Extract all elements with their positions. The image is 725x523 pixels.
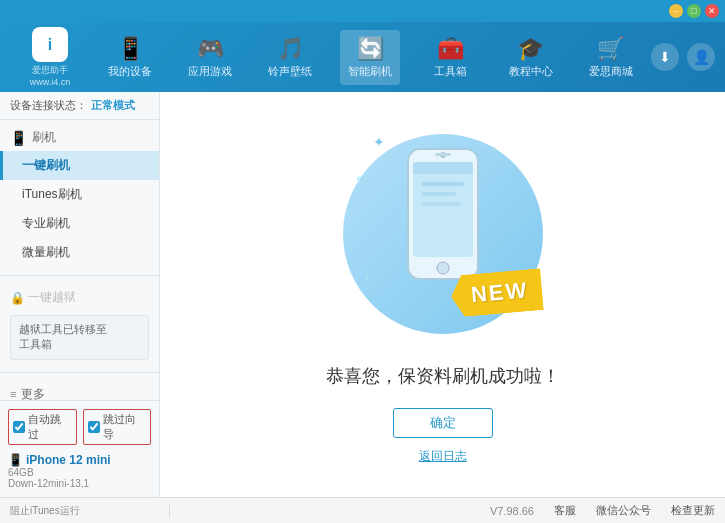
sidebar-item-pro-flash[interactable]: 专业刷机 <box>0 209 159 238</box>
main-row: 设备连接状态： 正常模式 📱 刷机 一键刷机 iTunes刷机 <box>0 92 725 497</box>
my-device-icon: 📱 <box>117 36 144 62</box>
apps-games-label: 应用游戏 <box>188 64 232 79</box>
sparkle-3: ✦ <box>363 273 371 284</box>
more-icon: ≡ <box>10 388 16 400</box>
flash-section: 📱 刷机 一键刷机 iTunes刷机 专业刷机 微量刷机 <box>0 120 159 271</box>
tutorials-label: 教程中心 <box>509 64 553 79</box>
device-name: 📱 iPhone 12 mini <box>8 453 151 467</box>
apps-games-icon: 🎮 <box>197 36 224 62</box>
device-model: Down-12mini-13,1 <box>8 478 151 489</box>
confirm-button[interactable]: 确定 <box>393 408 493 438</box>
bottom-sidebar-area: 阻止iTunes运行 <box>10 504 170 518</box>
skip-wizard-label: 跳过向导 <box>103 412 147 442</box>
check-update-link[interactable]: 检查更新 <box>671 503 715 518</box>
close-button[interactable]: ✕ <box>705 4 719 18</box>
auto-skip-input[interactable] <box>13 421 25 433</box>
shop-label: 爱思商城 <box>589 64 633 79</box>
logo-name: 爱思助手 <box>32 64 68 77</box>
svg-rect-8 <box>435 153 451 156</box>
sparkle-2: ✦ <box>490 144 498 155</box>
checkboxes-row: 自动跳过 跳过向导 <box>8 409 151 445</box>
stop-itunes-button[interactable]: 阻止iTunes运行 <box>10 504 80 518</box>
smart-flash-icon: 🔄 <box>357 36 384 62</box>
success-text: 恭喜您，保资料刷机成功啦！ <box>326 364 560 388</box>
phone-illustration: ✦ ✦ ✦ ★ <box>343 124 543 344</box>
logo[interactable]: i 爱思助手 www.i4.cn <box>10 27 90 87</box>
wechat-link[interactable]: 微信公众号 <box>596 503 651 518</box>
smart-flash-label: 智能刷机 <box>348 64 392 79</box>
status-bar: 设备连接状态： 正常模式 <box>0 92 159 120</box>
skip-wizard-checkbox[interactable]: 跳过向导 <box>83 409 152 445</box>
main-wrapper: 设备连接状态： 正常模式 📱 刷机 一键刷机 iTunes刷机 <box>0 92 725 523</box>
jailbreak-notice: 越狱工具已转移至工具箱 <box>10 315 149 360</box>
new-badge: NEW <box>450 268 545 318</box>
jailbreak-label: 一键越狱 <box>28 289 76 306</box>
save-flash-label: 微量刷机 <box>22 245 70 259</box>
return-link[interactable]: 返回日志 <box>419 448 467 465</box>
auto-skip-checkbox[interactable]: 自动跳过 <box>8 409 77 445</box>
auto-skip-label: 自动跳过 <box>28 412 72 442</box>
flash-section-label: 刷机 <box>32 129 56 146</box>
nav-shop[interactable]: 🛒 爱思商城 <box>581 30 641 85</box>
jailbreak-notice-text: 越狱工具已转移至工具箱 <box>19 323 107 350</box>
flash-section-icon: 📱 <box>10 130 27 146</box>
download-button[interactable]: ⬇ <box>651 43 679 71</box>
phone-svg <box>403 144 483 287</box>
nav-smart-flash[interactable]: 🔄 智能刷机 <box>340 30 400 85</box>
header-right: ⬇ 👤 <box>651 43 715 71</box>
new-badge-text: NEW <box>470 277 529 307</box>
customer-service-link[interactable]: 客服 <box>554 503 576 518</box>
more-section-label: 更多 <box>21 386 45 400</box>
more-section: ≡ 更多 其他工具 下载固件 高级功能 <box>0 377 159 400</box>
version-text: V7.98.66 <box>490 505 534 517</box>
sidebar-item-one-click-flash[interactable]: 一键刷机 <box>0 151 159 180</box>
sidebar-bottom: 自动跳过 跳过向导 📱 iPhone 12 mini 64GB Down-12m… <box>0 400 159 497</box>
logo-icon: i <box>32 27 68 62</box>
bottom-bar: 阻止iTunes运行 V7.98.66 客服 微信公众号 检查更新 <box>0 497 725 523</box>
logo-url: www.i4.cn <box>30 77 71 87</box>
divider-1 <box>0 275 159 276</box>
title-bar: － □ ✕ <box>0 0 725 22</box>
jailbreak-header: 🔒 一键越狱 <box>0 284 159 311</box>
tutorials-icon: 🎓 <box>517 36 544 62</box>
confirm-label: 确定 <box>430 414 456 432</box>
device-name-text: iPhone 12 mini <box>26 453 111 467</box>
user-button[interactable]: 👤 <box>687 43 715 71</box>
nav-tutorials[interactable]: 🎓 教程中心 <box>501 30 561 85</box>
nav-bar: 📱 我的设备 🎮 应用游戏 🎵 铃声壁纸 🔄 智能刷机 🧰 工具箱 🎓 教程中心… <box>90 30 651 85</box>
toolbox-icon: 🧰 <box>437 36 464 62</box>
sidebar-item-save-flash[interactable]: 微量刷机 <box>0 238 159 267</box>
device-icon: 📱 <box>8 453 23 467</box>
divider-2 <box>0 372 159 373</box>
nav-my-device[interactable]: 📱 我的设备 <box>100 30 160 85</box>
ringtones-label: 铃声壁纸 <box>268 64 312 79</box>
sidebar: 设备连接状态： 正常模式 📱 刷机 一键刷机 iTunes刷机 <box>0 92 160 497</box>
nav-toolbox[interactable]: 🧰 工具箱 <box>421 30 481 85</box>
skip-wizard-input[interactable] <box>88 421 100 433</box>
nav-ringtones[interactable]: 🎵 铃声壁纸 <box>260 30 320 85</box>
more-section-header[interactable]: ≡ 更多 <box>0 381 159 400</box>
sidebar-item-itunes-flash[interactable]: iTunes刷机 <box>0 180 159 209</box>
status-value: 正常模式 <box>91 98 135 113</box>
ringtones-icon: 🎵 <box>277 36 304 62</box>
toolbox-label: 工具箱 <box>434 64 467 79</box>
svg-rect-3 <box>421 182 465 186</box>
shop-icon: 🛒 <box>597 36 624 62</box>
svg-rect-4 <box>421 192 456 196</box>
maximize-button[interactable]: □ <box>687 4 701 18</box>
flash-section-header[interactable]: 📱 刷机 <box>0 124 159 151</box>
sparkle-4: ★ <box>355 174 362 183</box>
jailbreak-section: 🔒 一键越狱 越狱工具已转移至工具箱 <box>0 280 159 368</box>
nav-apps-games[interactable]: 🎮 应用游戏 <box>180 30 240 85</box>
minimize-button[interactable]: － <box>669 4 683 18</box>
lock-icon: 🔒 <box>10 291 25 305</box>
svg-rect-2 <box>413 162 473 174</box>
sidebar-top: 设备连接状态： 正常模式 📱 刷机 一键刷机 iTunes刷机 <box>0 92 159 400</box>
logo-letter: i <box>48 36 52 54</box>
bottom-right-area: V7.98.66 客服 微信公众号 检查更新 <box>170 503 715 518</box>
my-device-label: 我的设备 <box>108 64 152 79</box>
pro-flash-label: 专业刷机 <box>22 216 70 230</box>
svg-rect-5 <box>421 202 461 206</box>
status-label: 设备连接状态： <box>10 98 87 113</box>
svg-point-6 <box>437 262 449 274</box>
